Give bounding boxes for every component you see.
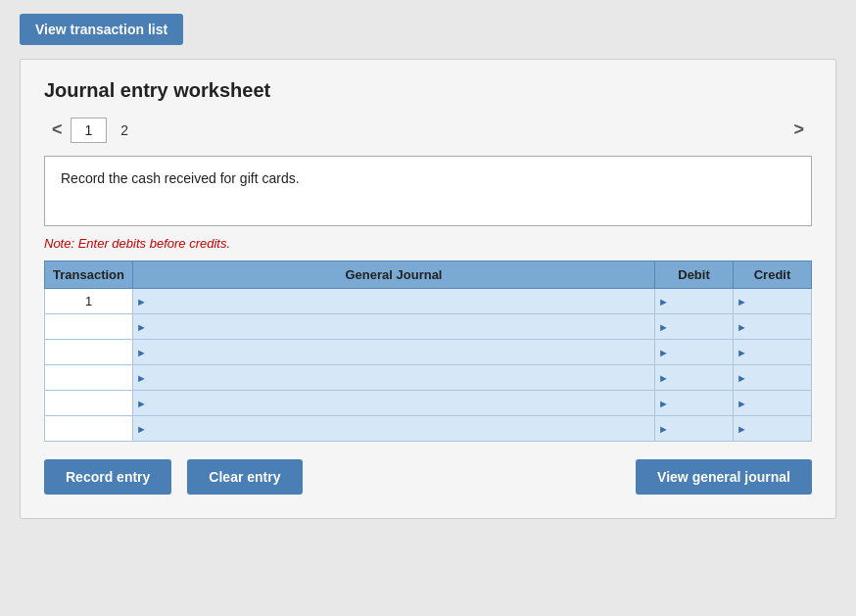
cell-credit-3[interactable]: ► <box>734 340 812 365</box>
header-transaction: Transaction <box>45 261 133 289</box>
cell-general-3[interactable]: ► <box>133 340 655 365</box>
cell-credit-1[interactable]: ► <box>734 289 812 314</box>
journal-table: Transaction General Journal Debit Credit… <box>44 261 812 442</box>
arrow-icon: ► <box>737 321 747 333</box>
header-credit: Credit <box>734 261 812 289</box>
arrow-icon: ► <box>658 372 669 384</box>
tabs-row: < 1 2 > <box>44 116 812 144</box>
cell-transaction-2 <box>45 314 133 340</box>
table-row: ► ► ► <box>45 391 812 416</box>
cell-debit-2[interactable]: ► <box>655 314 734 340</box>
arrow-icon: ► <box>737 372 747 384</box>
instruction-text: Record the cash received for gift cards. <box>61 170 300 186</box>
tab-1[interactable]: 1 <box>71 118 108 143</box>
cell-general-2[interactable]: ► <box>133 314 655 340</box>
cell-debit-5[interactable]: ► <box>655 391 734 416</box>
header-debit: Debit <box>655 261 734 289</box>
cell-general-1[interactable]: ► <box>133 289 655 314</box>
arrow-icon: ► <box>737 398 747 409</box>
cell-transaction-5 <box>45 391 133 416</box>
next-tab-button[interactable]: > <box>785 116 812 144</box>
cell-general-5[interactable]: ► <box>133 391 655 416</box>
note-text: Note: Enter debits before credits. <box>44 236 812 251</box>
clear-entry-button[interactable]: Clear entry <box>187 459 302 495</box>
instruction-box: Record the cash received for gift cards. <box>44 156 812 226</box>
top-bar: View transaction list <box>0 0 856 59</box>
cell-general-6[interactable]: ► <box>133 416 655 442</box>
record-entry-button[interactable]: Record entry <box>44 459 171 495</box>
arrow-icon: ► <box>658 423 669 435</box>
table-row: 1 ► ► ► <box>45 289 812 314</box>
arrow-icon: ► <box>658 321 669 333</box>
prev-tab-button[interactable]: < <box>44 116 71 144</box>
cell-credit-2[interactable]: ► <box>734 314 812 340</box>
arrow-icon: ► <box>658 398 669 409</box>
arrow-icon: ► <box>136 296 147 308</box>
arrow-icon: ► <box>136 372 147 384</box>
cell-debit-4[interactable]: ► <box>655 365 734 391</box>
cell-general-4[interactable]: ► <box>133 365 655 391</box>
arrow-icon: ► <box>136 398 147 409</box>
cell-credit-6[interactable]: ► <box>734 416 812 442</box>
cell-credit-5[interactable]: ► <box>734 391 812 416</box>
table-row: ► ► ► <box>45 340 812 365</box>
cell-debit-1[interactable]: ► <box>655 289 734 314</box>
arrow-icon: ► <box>658 347 669 358</box>
cell-debit-6[interactable]: ► <box>655 416 734 442</box>
bottom-buttons: Record entry Clear entry View general jo… <box>44 459 812 495</box>
arrow-icon: ► <box>737 347 747 358</box>
cell-credit-4[interactable]: ► <box>734 365 812 391</box>
worksheet-container: Journal entry worksheet < 1 2 > Record t… <box>20 59 836 519</box>
cell-transaction-1: 1 <box>45 289 133 314</box>
arrow-icon: ► <box>737 423 747 435</box>
cell-transaction-3 <box>45 340 133 365</box>
cell-debit-3[interactable]: ► <box>655 340 734 365</box>
table-row: ► ► ► <box>45 416 812 442</box>
header-general-journal: General Journal <box>133 261 655 289</box>
arrow-icon: ► <box>136 347 147 358</box>
arrow-icon: ► <box>136 321 147 333</box>
table-row: ► ► ► <box>45 365 812 391</box>
cell-transaction-6 <box>45 416 133 442</box>
cell-transaction-4 <box>45 365 133 391</box>
view-general-journal-button[interactable]: View general journal <box>636 459 812 495</box>
tab-2[interactable]: 2 <box>107 118 142 142</box>
arrow-icon: ► <box>737 296 747 308</box>
arrow-icon: ► <box>136 423 147 435</box>
worksheet-title: Journal entry worksheet <box>44 79 812 102</box>
table-row: ► ► ► <box>45 314 812 340</box>
view-transaction-button[interactable]: View transaction list <box>20 14 183 45</box>
arrow-icon: ► <box>658 296 669 308</box>
